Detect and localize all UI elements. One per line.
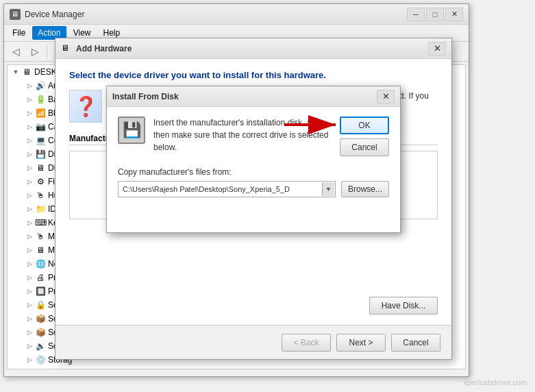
print-icon: 🖨 bbox=[35, 272, 46, 283]
back-button[interactable]: ◁ bbox=[7, 43, 25, 60]
monitors-expand: ▷ bbox=[24, 245, 35, 256]
audio-icon: 🔊 bbox=[35, 80, 46, 91]
hardware-icon: ❓ bbox=[69, 90, 102, 123]
network-icon: 🌐 bbox=[35, 258, 46, 269]
wizard-icon-area: ❓ bbox=[69, 90, 103, 123]
forward-button[interactable]: ▷ bbox=[26, 43, 44, 60]
softw2-expand: ▷ bbox=[24, 327, 35, 338]
add-hw-title: Add Hardware bbox=[76, 44, 428, 53]
mice-icon: 🖱 bbox=[35, 231, 46, 242]
path-input[interactable] bbox=[118, 181, 336, 197]
system-icon: 🔧 bbox=[35, 368, 46, 369]
display-icon: 🖥 bbox=[35, 162, 46, 173]
ok-cancel-area: OK Cancel bbox=[340, 117, 389, 156]
battery-icon: 🔋 bbox=[35, 94, 46, 105]
copy-from-row: ▼ Browse... bbox=[118, 181, 389, 197]
add-hw-close[interactable]: ✕ bbox=[428, 42, 446, 56]
tree-system[interactable]: ▷ 🔧 Syste bbox=[8, 367, 465, 369]
computer-icon: 🖥 bbox=[21, 66, 32, 77]
audio-expand: ▷ bbox=[24, 80, 35, 91]
human-icon: 🖱 bbox=[35, 190, 46, 201]
cancel-button[interactable]: Cancel bbox=[391, 334, 440, 352]
add-hw-bottom-bar: < Back Next > Cancel bbox=[55, 325, 451, 359]
close-button[interactable]: ✕ bbox=[445, 8, 463, 21]
keyboard-expand: ▷ bbox=[24, 217, 35, 228]
softw1-expand: ▷ bbox=[24, 313, 35, 324]
camera-icon: 📷 bbox=[35, 121, 46, 132]
sound-expand: ▷ bbox=[24, 341, 35, 352]
disk-icon: 💾 bbox=[35, 149, 46, 160]
back-button[interactable]: < Back bbox=[282, 334, 331, 352]
install-from-disk-dialog: Install From Disk ✕ 💾 Insert the manufac… bbox=[106, 86, 401, 233]
root-expand: ▼ bbox=[10, 66, 21, 77]
security-expand: ▷ bbox=[24, 299, 35, 310]
ide-expand: ▷ bbox=[24, 204, 35, 215]
add-hw-header: Select the device driver you want to ins… bbox=[69, 70, 438, 80]
security-icon: 🔒 bbox=[35, 299, 46, 310]
path-dropdown[interactable]: ▼ bbox=[322, 182, 334, 196]
browse-button[interactable]: Browse... bbox=[341, 181, 389, 197]
install-cancel-button[interactable]: Cancel bbox=[340, 138, 389, 156]
next-button[interactable]: Next > bbox=[336, 334, 386, 352]
system-label: Syste bbox=[48, 369, 69, 369]
comp-icon: 💻 bbox=[35, 135, 46, 146]
sound-icon: 🔉 bbox=[35, 341, 46, 352]
camera-expand: ▷ bbox=[24, 121, 35, 132]
firmware-expand: ▷ bbox=[24, 176, 35, 187]
watermark: xperiusbdriver.com bbox=[464, 378, 527, 387]
toolbar-separator-1 bbox=[47, 45, 47, 58]
install-close[interactable]: ✕ bbox=[377, 90, 395, 103]
install-title: Install From Disk bbox=[112, 92, 377, 101]
ok-button[interactable]: OK bbox=[340, 117, 389, 134]
network-expand: ▷ bbox=[24, 258, 35, 269]
path-wrapper: ▼ bbox=[118, 181, 336, 197]
install-title-bar: Install From Disk ✕ bbox=[107, 86, 400, 107]
proc-expand: ▷ bbox=[24, 286, 35, 297]
ide-icon: 📁 bbox=[35, 204, 46, 215]
mice-expand: ▷ bbox=[24, 231, 35, 242]
bluetooth-icon: 📶 bbox=[35, 108, 46, 119]
monitors-icon: 🖥 bbox=[35, 245, 46, 256]
window-title: Device Manager bbox=[25, 10, 407, 19]
softw1-icon: 📦 bbox=[35, 313, 46, 324]
menu-file[interactable]: File bbox=[7, 26, 31, 40]
display-expand: ▷ bbox=[24, 162, 35, 173]
bluetooth-expand: ▷ bbox=[24, 108, 35, 119]
have-disk-area: Have Disk... bbox=[369, 297, 438, 315]
maximize-button[interactable]: □ bbox=[426, 8, 444, 21]
softw2-icon: 📦 bbox=[35, 327, 46, 338]
minimize-button[interactable]: ─ bbox=[407, 8, 425, 21]
copy-from-label: Copy manufacturer's files from: bbox=[118, 167, 389, 177]
have-disk-button[interactable]: Have Disk... bbox=[369, 297, 438, 315]
computer-expand: ▷ bbox=[24, 135, 35, 146]
disk-expand: ▷ bbox=[24, 149, 35, 160]
floppy-disk-icon: 💾 bbox=[118, 117, 145, 144]
proc-icon: 🔲 bbox=[35, 286, 46, 297]
print-expand: ▷ bbox=[24, 272, 35, 283]
add-hw-icon: 🖥 bbox=[61, 43, 72, 54]
human-expand: ▷ bbox=[24, 190, 35, 201]
add-hw-title-bar: 🖥 Add Hardware ✕ bbox=[55, 38, 451, 59]
window-controls: ─ □ ✕ bbox=[407, 8, 463, 21]
install-body: 💾 Insert the manufacturer's installation… bbox=[107, 107, 400, 204]
battery-expand: ▷ bbox=[24, 94, 35, 105]
storage-icon: 💿 bbox=[35, 354, 46, 365]
title-bar: 🖥 Device Manager ─ □ ✕ bbox=[4, 4, 469, 25]
keyboard-icon: ⌨ bbox=[35, 217, 46, 228]
storage-expand: ▷ bbox=[24, 354, 35, 365]
system-expand: ▷ bbox=[24, 368, 35, 369]
install-top: 💾 Insert the manufacturer's installation… bbox=[118, 117, 389, 156]
firmware-icon: ⚙ bbox=[35, 176, 46, 187]
app-icon: 🖥 bbox=[10, 9, 21, 20]
install-instruction: Insert the manufacturer's installation d… bbox=[153, 117, 332, 154]
